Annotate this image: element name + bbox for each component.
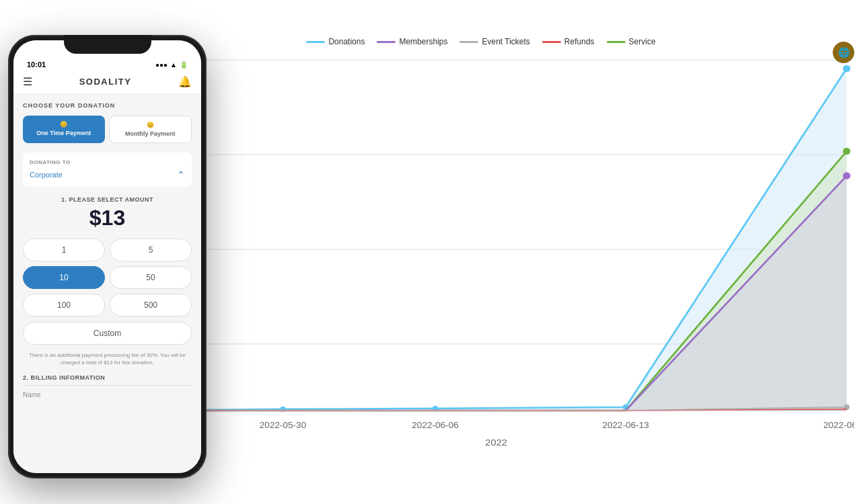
amount-label: 1. PLEASE SELECT AMOUNT xyxy=(23,196,192,203)
avatar[interactable]: 🌐 xyxy=(833,42,854,63)
tab-monthly[interactable]: 😊 Monthly Payment xyxy=(109,116,192,143)
signal-icon: ▲ xyxy=(170,61,177,69)
amount-btn-5[interactable]: 5 xyxy=(110,239,192,261)
amount-btn-50[interactable]: 50 xyxy=(110,266,192,289)
donating-label: DONATING TO xyxy=(30,159,185,165)
monthly-icon: 😊 xyxy=(147,122,154,128)
phone-notch xyxy=(64,35,151,54)
chart-legend: Donations Memberships Event Tickets Refu… xyxy=(108,37,854,46)
svg-text:2022: 2022 xyxy=(485,437,507,448)
svg-text:2022-06-13: 2022-06-13 xyxy=(602,421,648,430)
wifi-icon: ●●● xyxy=(155,61,167,69)
billing-title: 2. BILLING INFORMATION xyxy=(23,374,192,381)
name-label: Name xyxy=(23,391,192,398)
legend-refunds: Refunds xyxy=(542,37,595,46)
one-time-icon: 😊 xyxy=(60,121,67,128)
amount-grid: 1 5 10 50 100 500 xyxy=(23,239,192,317)
custom-button[interactable]: Custom xyxy=(23,322,192,345)
fee-notice: There is an additional payment processin… xyxy=(23,351,192,366)
app-header: ☰ SODALITY 🔔 xyxy=(13,71,201,94)
chart-container: 140 xyxy=(108,53,854,460)
svg-text:2022-06-20: 2022-06-20 xyxy=(823,421,854,430)
corporate-select[interactable]: Corporate ⌃ xyxy=(30,169,185,180)
status-icons: ●●● ▲ 🔋 xyxy=(155,61,188,69)
svg-point-14 xyxy=(843,148,850,155)
phone-shell: 10:01 ●●● ▲ 🔋 ☰ SODALITY 🔔 CHOOSE YOUR D… xyxy=(8,35,207,478)
choose-donation-label: CHOOSE YOUR DONATION xyxy=(23,102,192,109)
svg-text:2022-05-30: 2022-05-30 xyxy=(260,421,306,430)
donating-to-section: DONATING TO Corporate ⌃ xyxy=(23,153,192,187)
name-field-container: Name xyxy=(23,385,192,398)
phone-screen: 10:01 ●●● ▲ 🔋 ☰ SODALITY 🔔 CHOOSE YOUR D… xyxy=(13,40,201,473)
svg-marker-8 xyxy=(146,176,847,411)
legend-memberships: Memberships xyxy=(377,37,447,46)
legend-donations: Donations xyxy=(306,37,365,46)
amount-btn-100[interactable]: 100 xyxy=(23,294,105,317)
svg-text:2022-06-06: 2022-06-06 xyxy=(412,421,458,430)
status-time: 10:01 xyxy=(27,60,46,69)
app-title: SODALITY xyxy=(79,77,132,87)
menu-icon[interactable]: ☰ xyxy=(23,75,32,88)
legend-service: Service xyxy=(607,37,656,46)
amount-btn-1[interactable]: 1 xyxy=(23,239,105,261)
svg-point-15 xyxy=(843,172,850,179)
payment-tabs: 😊 One Time Payment 😊 Monthly Payment xyxy=(23,116,192,143)
amount-section: 1. PLEASE SELECT AMOUNT $13 xyxy=(23,196,192,230)
battery-icon: 🔋 xyxy=(180,61,188,69)
amount-btn-500[interactable]: 500 xyxy=(110,294,192,317)
app-content[interactable]: CHOOSE YOUR DONATION 😊 One Time Payment … xyxy=(13,94,201,460)
legend-event-tickets: Event Tickets xyxy=(459,37,529,46)
amount-btn-10[interactable]: 10 xyxy=(23,266,105,289)
svg-point-13 xyxy=(843,65,850,72)
amount-display: $13 xyxy=(23,206,192,230)
phone-mockup: 10:01 ●●● ▲ 🔋 ☰ SODALITY 🔔 CHOOSE YOUR D… xyxy=(8,35,207,478)
chart-svg: 140 xyxy=(108,53,854,460)
tab-one-time[interactable]: 😊 One Time Payment xyxy=(23,116,105,143)
notification-bell-icon[interactable]: 🔔 xyxy=(178,75,192,88)
chart-area: Donations Memberships Event Tickets Refu… xyxy=(108,37,854,464)
chevron-icon: ⌃ xyxy=(177,169,185,180)
